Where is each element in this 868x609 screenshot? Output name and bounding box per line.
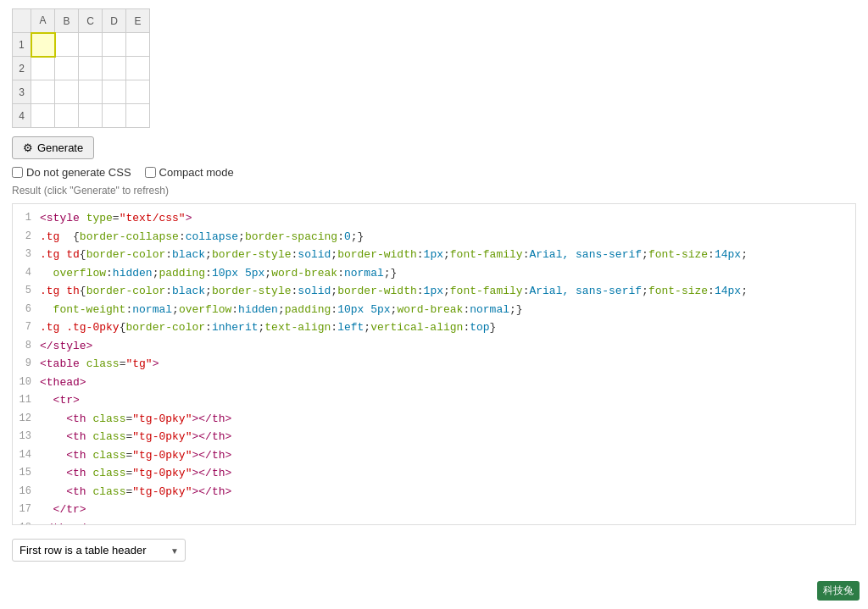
code-content-5: .tg th{border-color:black;border-style:s…: [40, 283, 855, 300]
line-num-5: 5: [13, 283, 40, 300]
cell-e4[interactable]: [126, 104, 150, 128]
code-content-16: <th class="tg-0pky"></th>: [40, 484, 855, 501]
grid-row-1: 1: [13, 33, 150, 57]
cell-b1[interactable]: [55, 33, 79, 57]
line-num-8: 8: [13, 338, 40, 355]
code-line-14: 14 <th class="tg-0pky"></th>: [13, 446, 855, 465]
code-content-10: <thead>: [40, 374, 855, 391]
result-hint: (click "Generate" to refresh): [44, 185, 169, 197]
no-css-option[interactable]: Do not generate CSS: [12, 166, 131, 179]
grid-row-2: 2: [13, 57, 150, 80]
gear-icon: ⚙: [23, 141, 33, 154]
col-header-a[interactable]: A: [31, 9, 55, 33]
code-line-6: 6 font-weight:normal;overflow:hidden;pad…: [13, 301, 855, 319]
line-num-13: 13: [13, 429, 40, 446]
col-header-b[interactable]: B: [55, 9, 79, 33]
code-content-17: </tr>: [40, 501, 855, 518]
grid-corner: [13, 9, 31, 33]
cell-e1[interactable]: [126, 33, 150, 57]
line-num-17: 17: [13, 501, 40, 518]
code-content-2: .tg {border-collapse:collapse;border-spa…: [40, 229, 855, 246]
cell-c4[interactable]: [79, 104, 103, 128]
col-header-d[interactable]: D: [103, 9, 126, 33]
code-line-15: 15 <th class="tg-0pky"></th>: [13, 464, 855, 483]
no-css-checkbox[interactable]: [12, 167, 23, 178]
col-header-c[interactable]: C: [79, 9, 103, 33]
line-num-7: 7: [13, 319, 40, 336]
line-num-9: 9: [13, 356, 40, 373]
code-content-4: overflow:hidden;padding:10px 5px;word-br…: [40, 265, 855, 282]
generate-button[interactable]: ⚙ Generate: [12, 136, 94, 159]
code-content-3: .tg td{border-color:black;border-style:s…: [40, 246, 855, 263]
row-header-1: 1: [13, 33, 31, 57]
cell-d3[interactable]: [103, 80, 126, 104]
no-css-label: Do not generate CSS: [26, 166, 131, 179]
cell-a1[interactable]: [31, 33, 55, 57]
code-line-8: 8 </style>: [13, 337, 855, 356]
code-content-11: <tr>: [40, 392, 855, 409]
line-num-6: 6: [13, 302, 40, 318]
code-line-11: 11 <tr>: [13, 391, 855, 410]
cell-a3[interactable]: [31, 80, 55, 104]
code-content-14: <th class="tg-0pky"></th>: [40, 447, 855, 464]
cell-c2[interactable]: [79, 57, 103, 80]
generate-label: Generate: [37, 141, 83, 154]
cell-c1[interactable]: [79, 33, 103, 57]
code-content-12: <th class="tg-0pky"></th>: [40, 411, 855, 428]
cell-c3[interactable]: [79, 80, 103, 104]
grid-section: A B C D E 1 2: [12, 8, 856, 128]
col-header-e[interactable]: E: [126, 9, 150, 33]
line-num-18: 18: [13, 520, 40, 526]
grid-row-3: 3: [13, 80, 150, 104]
line-num-2: 2: [13, 229, 40, 246]
code-line-7: 7 .tg .tg-0pky{border-color:inherit;text…: [13, 318, 855, 337]
line-num-14: 14: [13, 447, 40, 464]
code-area[interactable]: 1 <style type="text/css"> 2 .tg {border-…: [12, 203, 856, 525]
cell-d4[interactable]: [103, 104, 126, 128]
code-content-15: <th class="tg-0pky"></th>: [40, 465, 855, 482]
cell-b4[interactable]: [55, 104, 79, 128]
options-row: Do not generate CSS Compact mode: [12, 166, 856, 179]
row-header-4: 4: [13, 104, 31, 128]
line-num-11: 11: [13, 392, 40, 409]
code-line-10: 10 <thead>: [13, 374, 855, 392]
code-content-8: </style>: [40, 338, 855, 355]
header-dropdown-wrapper: First row is a table header No header Fi…: [12, 539, 186, 562]
line-num-16: 16: [13, 484, 40, 501]
line-num-10: 10: [13, 374, 40, 391]
header-dropdown[interactable]: First row is a table header No header Fi…: [12, 539, 186, 562]
line-num-15: 15: [13, 465, 40, 482]
code-line-16: 16 <th class="tg-0pky"></th>: [13, 483, 855, 501]
line-num-4: 4: [13, 265, 40, 282]
watermark: 科技兔: [817, 581, 860, 601]
code-line-5: 5 .tg th{border-color:black;border-style…: [13, 282, 855, 301]
cell-grid[interactable]: A B C D E 1 2: [12, 8, 150, 128]
cell-e2[interactable]: [126, 57, 150, 80]
result-title: Result: [12, 185, 41, 197]
cell-e3[interactable]: [126, 80, 150, 104]
cell-d2[interactable]: [103, 57, 126, 80]
code-line-2: 2 .tg {border-collapse:collapse;border-s…: [13, 228, 855, 246]
code-line-17: 17 </tr>: [13, 501, 855, 519]
cell-b3[interactable]: [55, 80, 79, 104]
cell-d1[interactable]: [103, 33, 126, 57]
bottom-toolbar: First row is a table header No header Fi…: [12, 534, 856, 567]
code-line-13: 13 <th class="tg-0pky"></th>: [13, 428, 855, 446]
cell-b2[interactable]: [55, 57, 79, 80]
col-header-row: A B C D E: [13, 9, 150, 33]
row-header-2: 2: [13, 57, 31, 80]
row-header-3: 3: [13, 80, 31, 104]
code-line-1: 1 <style type="text/css">: [13, 209, 855, 228]
code-line-12: 12 <th class="tg-0pky"></th>: [13, 410, 855, 429]
cell-a4[interactable]: [31, 104, 55, 128]
cell-a2[interactable]: [31, 57, 55, 80]
compact-mode-checkbox[interactable]: [145, 167, 156, 178]
code-content-9: <table class="tg">: [40, 356, 855, 373]
main-container: A B C D E 1 2: [0, 0, 868, 609]
code-content-18: </thead>: [40, 520, 855, 526]
code-content-1: <style type="text/css">: [40, 210, 855, 227]
code-content-6: font-weight:normal;overflow:hidden;paddi…: [40, 302, 855, 318]
compact-mode-option[interactable]: Compact mode: [145, 166, 234, 179]
line-num-3: 3: [13, 246, 40, 263]
grid-row-4: 4: [13, 104, 150, 128]
